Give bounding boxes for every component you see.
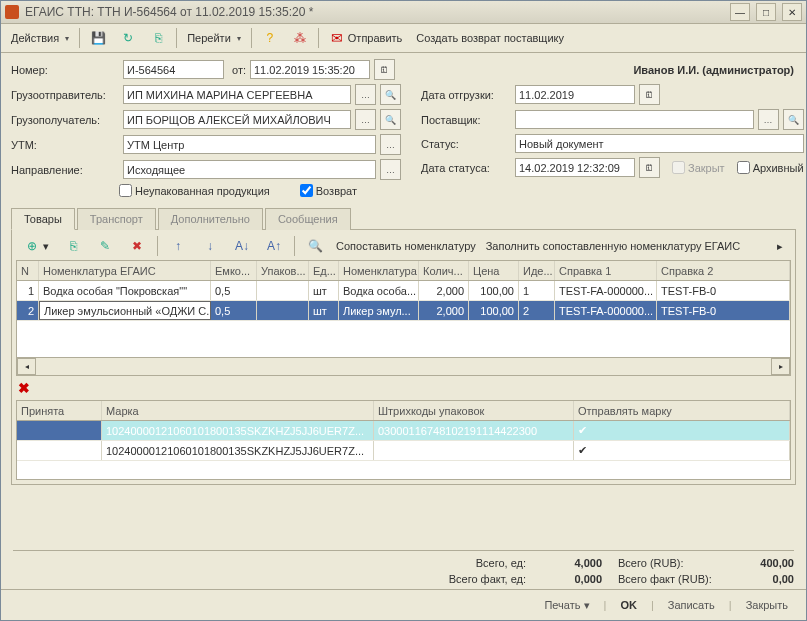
col-unit[interactable]: Ед... (309, 261, 339, 280)
supplier-open-icon[interactable]: 🔍 (783, 109, 804, 130)
edit-row-icon[interactable]: ✎ (91, 234, 119, 258)
table-row[interactable]: 10240000121060101800135SKZKHZJ5JJ6UER7Z.… (17, 441, 790, 461)
col-send[interactable]: Отправлять марку (574, 401, 790, 420)
close-button[interactable]: ✕ (782, 3, 802, 21)
minimize-button[interactable]: — (730, 3, 750, 21)
status-date-cal-icon[interactable] (639, 157, 660, 178)
actions-menu[interactable]: Действия (5, 26, 75, 50)
add-row-icon[interactable]: ⊕▾ (18, 234, 55, 258)
total-qty: 4,000 (532, 557, 602, 569)
help-icon[interactable]: ? (256, 26, 284, 50)
supplier-input[interactable] (515, 110, 754, 129)
post-icon[interactable]: ⎘ (144, 26, 172, 50)
sort-desc-icon[interactable]: A↑ (260, 234, 288, 258)
fill-nomenclature[interactable]: Заполнить сопоставленную номенклатуру ЕГ… (483, 240, 744, 252)
col-nom-egais[interactable]: Номенклатура ЕГАИС (39, 261, 211, 280)
tab-transport[interactable]: Транспорт (77, 208, 156, 230)
fact-rub-label: Всего факт (RUB): (618, 573, 728, 585)
goods-grid: N Номенклатура ЕГАИС Емко... Упаков... Е… (16, 260, 791, 376)
supplier-label: Поставщик: (421, 114, 511, 126)
closed-checkbox[interactable]: Закрыт (672, 161, 725, 174)
utm-input[interactable]: УТМ Центр (123, 135, 376, 154)
marks-grid: Принята Марка Штрихкоды упаковок Отправл… (16, 400, 791, 480)
status-date-input[interactable]: 14.02.2019 12:32:09 (515, 158, 635, 177)
user-label: Иванов И.И. (администратор) (399, 64, 796, 76)
check-icon: ✔ (578, 424, 587, 437)
print-button[interactable]: Печать ▾ (536, 596, 597, 615)
table-row[interactable]: 2 Ликер эмульсионный «ОДЖИ С... 0,5 шт Л… (17, 301, 790, 321)
col-ident[interactable]: Иде... (519, 261, 555, 280)
move-up-icon[interactable]: ↑ (164, 234, 192, 258)
table-row[interactable]: 10240000121060101800135SKZKHZJ5JJ6UER7Z.… (17, 421, 790, 441)
archive-checkbox[interactable]: Архивный (737, 161, 804, 174)
move-down-icon[interactable]: ↓ (196, 234, 224, 258)
col-n[interactable]: N (17, 261, 39, 280)
ship-date-cal-icon[interactable] (639, 84, 660, 105)
date-input[interactable]: 11.02.2019 15:35:20 (250, 60, 370, 79)
col-qty[interactable]: Колич... (419, 261, 469, 280)
search-icon[interactable]: 🔍 (301, 234, 329, 258)
number-label: Номер: (11, 64, 119, 76)
table-row[interactable]: 1 Водка особая "Покровская"" 0,5 шт Водк… (17, 281, 790, 301)
utm-select-icon[interactable]: … (380, 134, 401, 155)
tab-messages[interactable]: Сообщения (265, 208, 351, 230)
match-nomenclature[interactable]: Сопоставить номенклатуру (333, 240, 479, 252)
col-ref1[interactable]: Справка 1 (555, 261, 657, 280)
calendar-icon[interactable] (374, 59, 395, 80)
unpacked-checkbox[interactable]: Неупакованная продукция (119, 184, 270, 197)
ship-date-input[interactable]: 11.02.2019 (515, 85, 635, 104)
toolbar-more-icon[interactable]: ▸ (771, 234, 789, 258)
direction-select-icon[interactable]: … (380, 159, 401, 180)
goto-menu[interactable]: Перейти (181, 26, 247, 50)
col-nom[interactable]: Номенклатура (339, 261, 419, 280)
consignee-select-icon[interactable]: … (355, 109, 376, 130)
fact-qty: 0,000 (532, 573, 602, 585)
app-icon (5, 5, 19, 19)
supplier-select-icon[interactable]: … (758, 109, 779, 130)
maximize-button[interactable]: □ (756, 3, 776, 21)
consignee-open-icon[interactable]: 🔍 (380, 109, 401, 130)
titlebar: ЕГАИС ТТН: ТТН И-564564 от 11.02.2019 15… (1, 1, 806, 24)
col-price[interactable]: Цена (469, 261, 519, 280)
send-button[interactable]: ✉Отправить (323, 26, 409, 50)
col-ref2[interactable]: Справка 2 (657, 261, 790, 280)
tab-goods[interactable]: Товары (11, 208, 75, 230)
col-barcode[interactable]: Штрихкоды упаковок (374, 401, 574, 420)
totals: Всего, ед: 4,000 Всего (RUB): 400,00 Все… (13, 550, 794, 589)
total-qty-label: Всего, ед: (436, 557, 526, 569)
direction-label: Направление: (11, 164, 119, 176)
ok-button[interactable]: OK (612, 596, 645, 614)
fact-rub: 0,00 (734, 573, 794, 585)
close-form-button[interactable]: Закрыть (738, 596, 796, 614)
shipper-open-icon[interactable]: 🔍 (380, 84, 401, 105)
col-accepted[interactable]: Принята (17, 401, 102, 420)
clone-row-icon[interactable]: ⎘ (59, 234, 87, 258)
hscrollbar[interactable]: ◂▸ (17, 357, 790, 375)
consignee-label: Грузополучатель: (11, 114, 119, 126)
refresh-icon[interactable]: ↻ (114, 26, 142, 50)
status-input[interactable]: Новый документ (515, 134, 804, 153)
grid-header: N Номенклатура ЕГАИС Емко... Упаков... Е… (17, 261, 790, 281)
structure-icon[interactable]: ⁂ (286, 26, 314, 50)
delete-row-icon[interactable]: ✖ (123, 234, 151, 258)
fact-qty-label: Всего факт, ед: (436, 573, 526, 585)
col-mark[interactable]: Марка (102, 401, 374, 420)
col-capacity[interactable]: Емко... (211, 261, 257, 280)
shipper-select-icon[interactable]: … (355, 84, 376, 105)
delete-mark-icon[interactable]: ✖ (16, 380, 32, 396)
sort-asc-icon[interactable]: A↓ (228, 234, 256, 258)
tab-additional[interactable]: Дополнительно (158, 208, 263, 230)
return-checkbox[interactable]: Возврат (300, 184, 357, 197)
number-input[interactable]: И-564564 (123, 60, 224, 79)
col-pack[interactable]: Упаков... (257, 261, 309, 280)
create-return-button[interactable]: Создать возврат поставщику (410, 26, 570, 50)
direction-input[interactable]: Исходящее (123, 160, 376, 179)
window-title: ЕГАИС ТТН: ТТН И-564564 от 11.02.2019 15… (25, 5, 724, 19)
footer: Печать ▾| OK| Записать| Закрыть (1, 589, 806, 620)
consignee-input[interactable]: ИП БОРЩОВ АЛЕКСЕЙ МИХАЙЛОВИЧ (123, 110, 351, 129)
shipper-label: Грузоотправитель: (11, 89, 119, 101)
save-button[interactable]: Записать (660, 596, 723, 614)
tabs: Товары Транспорт Дополнительно Сообщения (11, 207, 796, 230)
shipper-input[interactable]: ИП МИХИНА МАРИНА СЕРГЕЕВНА (123, 85, 351, 104)
save-icon[interactable]: 💾 (84, 26, 112, 50)
